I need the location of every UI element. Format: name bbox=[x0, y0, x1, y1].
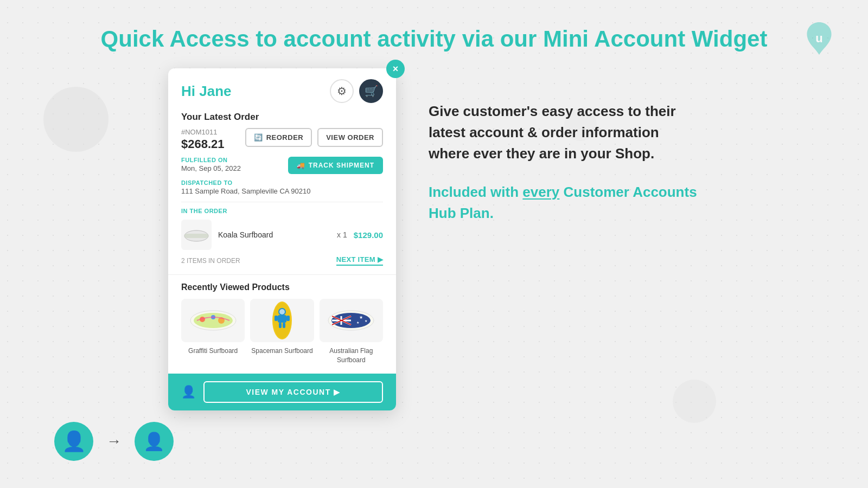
recently-viewed-title: Recently Viewed Products bbox=[181, 282, 383, 292]
fulfilled-section: FULFILLED ON Mon, Sep 05, 2022 🚚 TRACK S… bbox=[181, 157, 383, 174]
user-avatar-after: 👤 bbox=[135, 422, 174, 461]
cart-button[interactable]: 🛒 bbox=[359, 79, 383, 103]
item-name: Koala Surfboard bbox=[218, 230, 330, 239]
included-every: every bbox=[522, 184, 559, 200]
arrow-icon: → bbox=[106, 433, 122, 450]
svg-text:★: ★ bbox=[365, 319, 367, 323]
latest-order-title: Your Latest Order bbox=[181, 112, 383, 123]
cart-icon: 🛒 bbox=[365, 85, 378, 98]
svg-point-17 bbox=[279, 309, 285, 314]
widget-icons: ⚙ 🛒 bbox=[330, 79, 383, 103]
svg-rect-12 bbox=[278, 315, 286, 323]
fulfilled-label: FULFILLED ON bbox=[181, 157, 241, 163]
product-name-australian-flag: Australian Flag Surfboard bbox=[320, 346, 383, 365]
product-thumb-australian-flag: ★ ★ ★ bbox=[320, 299, 383, 342]
bottom-section: 👤 → 👤 bbox=[54, 422, 174, 461]
page-header: Quick Access to account activity via our… bbox=[0, 0, 868, 68]
product-item-graffiti[interactable]: Graffiti Surfboard bbox=[181, 299, 245, 365]
header-plain: Quick Access to account activity via our bbox=[101, 26, 543, 52]
widget-header: Hi Jane ⚙ 🛒 bbox=[168, 68, 396, 112]
order-item-row: Koala Surfboard x 1 $129.00 bbox=[181, 220, 383, 250]
main-layout: × Hi Jane ⚙ 🛒 Your Latest Order bbox=[0, 68, 868, 410]
items-footer: 2 ITEMS IN ORDER NEXT ITEM ▶ bbox=[181, 255, 383, 266]
item-thumbnail bbox=[181, 220, 212, 250]
right-description: Give customer's easy access to their lat… bbox=[429, 101, 700, 164]
items-count: 2 ITEMS IN ORDER bbox=[181, 257, 240, 265]
product-name-graffiti: Graffiti Surfboard bbox=[181, 346, 245, 356]
dispatched-address: 111 Sample Road, Sampleville CA 90210 bbox=[181, 187, 383, 195]
right-content: Give customer's easy access to their lat… bbox=[429, 68, 700, 224]
view-my-account-button[interactable]: VIEW MY ACCOUNT ▶ bbox=[203, 381, 383, 403]
header-accent: Mini Account Widget bbox=[543, 26, 767, 52]
product-thumb-graffiti bbox=[181, 299, 245, 342]
close-button[interactable]: × bbox=[386, 60, 405, 78]
svg-text:★: ★ bbox=[356, 321, 359, 324]
widget-body: Your Latest Order #NOM1011 $268.21 🔄 REO… bbox=[168, 112, 396, 274]
order-actions: 🔄 REORDER VIEW ORDER bbox=[245, 128, 383, 147]
product-item-spaceman[interactable]: Spaceman Surfboard bbox=[250, 299, 314, 365]
fulfilled-date: Mon, Sep 05, 2022 bbox=[181, 164, 241, 172]
widget-card: Hi Jane ⚙ 🛒 Your Latest Order #NOM1011 bbox=[168, 68, 396, 410]
settings-icon: ⚙ bbox=[337, 85, 347, 98]
reorder-button[interactable]: 🔄 REORDER bbox=[245, 128, 312, 147]
svg-rect-14 bbox=[286, 316, 290, 321]
item-qty: x 1 bbox=[337, 230, 347, 239]
reorder-icon: 🔄 bbox=[254, 133, 263, 142]
item-price: $129.00 bbox=[354, 230, 383, 240]
product-thumb-spaceman bbox=[250, 299, 314, 342]
included-prefix: Included with bbox=[429, 184, 522, 200]
svg-rect-13 bbox=[275, 316, 278, 321]
widget-outer: × Hi Jane ⚙ 🛒 Your Latest Order bbox=[168, 68, 396, 410]
products-grid: Graffiti Surfboard bbox=[181, 299, 383, 365]
dispatched-section: DISPATCHED TO 111 Sample Road, Samplevil… bbox=[181, 179, 383, 195]
order-total: $268.21 bbox=[181, 137, 225, 151]
fulfilled-info: FULFILLED ON Mon, Sep 05, 2022 bbox=[181, 157, 241, 172]
next-item-button[interactable]: NEXT ITEM ▶ bbox=[336, 255, 383, 266]
user-avatar-before: 👤 bbox=[54, 422, 93, 461]
settings-button[interactable]: ⚙ bbox=[330, 79, 354, 103]
svg-rect-3 bbox=[184, 234, 208, 238]
dispatched-label: DISPATCHED TO bbox=[181, 179, 383, 186]
right-included: Included with every Customer Accounts Hu… bbox=[429, 182, 700, 224]
truck-icon: 🚚 bbox=[297, 162, 305, 169]
widget-greeting: Hi Jane bbox=[181, 83, 232, 100]
product-name-spaceman: Spaceman Surfboard bbox=[250, 346, 314, 356]
product-item-australian-flag[interactable]: ★ ★ ★ Australian Flag Surfboard bbox=[320, 299, 383, 365]
svg-rect-15 bbox=[279, 323, 282, 328]
footer-user-icon: 👤 bbox=[181, 385, 196, 399]
view-order-button[interactable]: VIEW ORDER bbox=[317, 128, 383, 147]
track-shipment-button[interactable]: 🚚 TRACK SHIPMENT bbox=[288, 157, 383, 174]
page-title: Quick Access to account activity via our… bbox=[0, 26, 868, 52]
in-order-label: IN THE ORDER bbox=[181, 208, 383, 214]
widget-footer: 👤 VIEW MY ACCOUNT ▶ bbox=[168, 374, 396, 410]
svg-rect-16 bbox=[283, 323, 285, 328]
svg-text:★: ★ bbox=[359, 315, 363, 320]
recently-viewed-section: Recently Viewed Products bbox=[168, 274, 396, 374]
order-number: #NOM1011 bbox=[181, 128, 225, 136]
divider bbox=[181, 202, 383, 202]
